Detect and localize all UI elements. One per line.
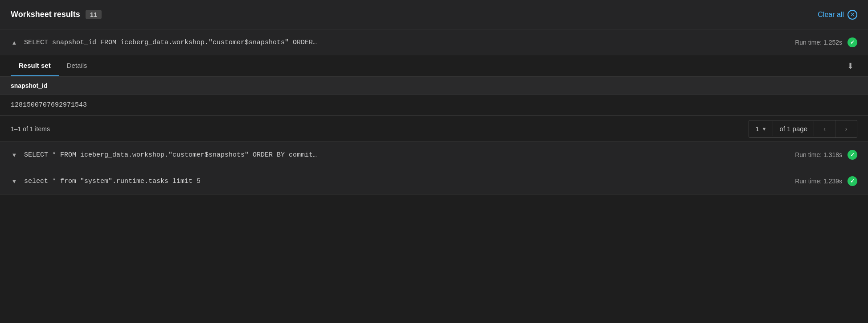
- query-row-right: Run time: 1.252s ✓: [795, 37, 857, 47]
- query-row-q2[interactable]: ▼ SELECT * FROM iceberg_data.workshop."c…: [0, 142, 868, 168]
- chevron-down-icon-q2: ▼: [11, 152, 18, 158]
- query-text-q1: SELECT snapshot_id FROM iceberg_data.wor…: [24, 39, 317, 46]
- items-count: 1–1 of 1 items: [11, 125, 50, 133]
- tab-details[interactable]: Details: [59, 55, 95, 76]
- page-selector[interactable]: 1 ▼: [749, 121, 773, 136]
- clear-all-label: Clear all: [818, 11, 844, 19]
- cell-snapshot-id: 128150070769297154​3: [0, 95, 868, 116]
- result-block-q3: ▼ select * from "system".runtime.tasks l…: [0, 168, 868, 195]
- query-row-left-q2: ▼ SELECT * FROM iceberg_data.workshop."c…: [11, 151, 317, 159]
- chevron-right-icon: ›: [845, 125, 848, 133]
- chevron-left-icon: ‹: [823, 125, 826, 133]
- close-circle-icon: ✕: [848, 10, 857, 20]
- page-of-text: of 1 page: [773, 121, 814, 136]
- pagination-row: 1–1 of 1 items 1 ▼ of 1 page ‹ ›: [0, 116, 868, 141]
- header-left: Worksheet results 11: [11, 10, 102, 19]
- query-row-left: ▲ SELECT snapshot_id FROM iceberg_data.w…: [11, 39, 317, 46]
- success-icon-q3: ✓: [848, 176, 857, 186]
- query-row-q1[interactable]: ▲ SELECT snapshot_id FROM iceberg_data.w…: [0, 29, 868, 55]
- query-row-right-q3: Run time: 1.239s ✓: [795, 176, 857, 186]
- clear-all-button[interactable]: Clear all ✕: [818, 10, 857, 20]
- pagination-box: 1 ▼ of 1 page ‹ ›: [749, 120, 857, 138]
- query-row-left-q3: ▼ select * from "system".runtime.tasks l…: [11, 178, 201, 185]
- success-icon-q1: ✓: [848, 37, 857, 47]
- success-icon-q2: ✓: [848, 150, 857, 160]
- col-header-snapshot-id: snapshot_id: [0, 77, 868, 95]
- run-time-q2: Run time: 1.318s: [795, 151, 842, 158]
- query-text-q2: SELECT * FROM iceberg_data.workshop."cus…: [24, 151, 317, 159]
- result-block-q1: ▲ SELECT snapshot_id FROM iceberg_data.w…: [0, 29, 868, 142]
- result-count-badge: 11: [86, 10, 102, 19]
- query-row-q3[interactable]: ▼ select * from "system".runtime.tasks l…: [0, 168, 868, 194]
- result-expanded-q1: Result set Details ⬇ snapshot_id 1281500…: [0, 55, 868, 141]
- run-time-q1: Run time: 1.252s: [795, 39, 842, 46]
- run-time-q3: Run time: 1.239s: [795, 178, 842, 185]
- header-bar: Worksheet results 11 Clear all ✕: [0, 0, 868, 29]
- tab-result-set[interactable]: Result set: [11, 55, 59, 76]
- chevron-up-icon: ▲: [11, 39, 18, 46]
- page-title: Worksheet results: [11, 10, 80, 19]
- download-icon[interactable]: ⬇: [843, 59, 857, 73]
- prev-page-button[interactable]: ‹: [814, 120, 835, 137]
- result-block-q2: ▼ SELECT * FROM iceberg_data.workshop."c…: [0, 142, 868, 168]
- tabs-left: Result set Details: [11, 55, 95, 76]
- chevron-down-icon-q3: ▼: [11, 178, 18, 185]
- query-row-right-q2: Run time: 1.318s ✓: [795, 150, 857, 160]
- result-table: snapshot_id 128150070769297154​3: [0, 77, 868, 116]
- table-row: 128150070769297154​3: [0, 95, 868, 116]
- tabs-row: Result set Details ⬇: [0, 55, 868, 77]
- query-text-q3: select * from "system".runtime.tasks lim…: [24, 178, 201, 185]
- chevron-down-icon: ▼: [762, 126, 767, 132]
- next-page-button[interactable]: ›: [835, 120, 857, 137]
- current-page: 1: [755, 125, 759, 133]
